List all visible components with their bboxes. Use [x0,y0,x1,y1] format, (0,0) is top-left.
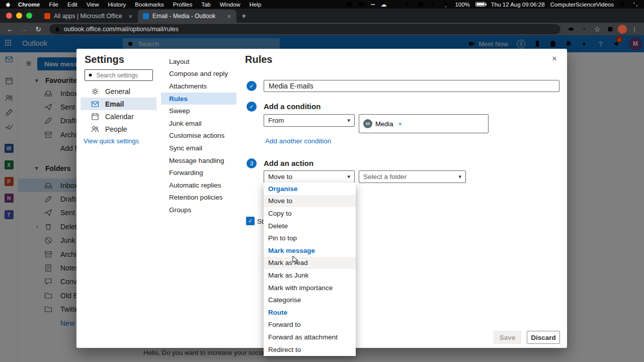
menu-view[interactable]: View [87,2,99,8]
sender-chip[interactable]: M Media × [363,119,402,128]
section-rules[interactable]: Rules [161,93,236,105]
apple-menu-icon[interactable] [5,2,11,8]
back-button[interactable]: ← [4,25,16,33]
menu-chrome[interactable]: Chrome [18,2,40,8]
clock-icon[interactable] [417,1,424,8]
section-forwarding[interactable]: Forwarding [161,166,236,179]
section-customise-actions[interactable]: Customise actions [161,130,236,142]
control-center-icon[interactable] [632,1,639,8]
save-button[interactable]: Save [494,331,521,344]
email-settings-sections: Layout Compose and reply Attachments Rul… [161,55,236,216]
stop-processing-checkbox[interactable]: ✓ [246,217,255,225]
chrome-menu-icon[interactable]: ⋮ [629,26,640,33]
section-automatic-replies[interactable]: Automatic replies [161,179,236,192]
menu-item-delete[interactable]: Delete [264,220,356,232]
section-sync-email[interactable]: Sync email [161,142,236,154]
browser-profile-avatar[interactable] [618,25,627,34]
address-bar[interactable]: outlook.office.com/mail/options/mail/rul… [49,24,560,34]
settings-search-input[interactable] [96,72,149,79]
condition-select[interactable]: From ▾ [264,114,355,127]
keyboard-icon[interactable] [358,1,365,8]
reload-button[interactable]: ↻ [32,25,44,33]
tab-title: All apps | Microsoft Office [54,13,123,20]
menu-item-move-to[interactable]: Move to [264,195,356,208]
menu-bookmarks[interactable]: Bookmarks [135,2,164,8]
discard-button[interactable]: Discard [527,331,560,344]
wifi-icon[interactable] [442,1,449,8]
zoom-window-button[interactable] [26,13,32,19]
spotlight-search-icon[interactable] [619,1,626,8]
rule-name-input[interactable] [264,80,559,92]
menu-group-route: Route [264,306,356,319]
section-junk-email[interactable]: Junk email [161,117,236,130]
menu-history[interactable]: History [108,2,126,8]
extensions-icon[interactable] [605,26,616,33]
menu-profiles[interactable]: Profiles [173,2,192,8]
menu-item-redirect-to[interactable]: Redirect to [264,343,356,356]
menu-item-mark-as-read[interactable]: Mark as read [264,257,356,269]
menu-group-organise: Organise [264,183,356,195]
menu-help[interactable]: Help [250,2,262,8]
battery-icon [475,2,486,7]
battery-percent: 100% [455,2,469,8]
gear-icon [91,87,99,96]
minimize-window-button[interactable] [16,13,22,19]
install-app-icon[interactable] [579,26,590,33]
menu-file[interactable]: File [49,2,58,8]
remove-chip-icon[interactable]: × [398,120,402,128]
mouse-cursor [292,255,299,266]
menu-item-mark-as-junk[interactable]: Mark as Junk [264,269,356,282]
tab-close-icon[interactable]: × [225,13,232,20]
category-calendar[interactable]: Calendar [80,110,156,123]
bluetooth-icon[interactable] [430,1,437,8]
lock-icon[interactable] [54,26,60,32]
bookmark-star-icon[interactable]: ☆ [592,25,603,33]
section-compose-and-reply[interactable]: Compose and reply [161,68,236,80]
new-tab-button[interactable]: + [236,12,251,23]
add-another-condition-link[interactable]: Add another condition [265,137,331,145]
condition-value-box[interactable]: M Media × [359,114,489,133]
chrome-tabstrip: All apps | Microsoft Office × Email - Me… [0,9,644,23]
close-icon[interactable]: × [552,54,557,64]
menu-item-forward-to[interactable]: Forward to [264,319,356,331]
section-layout[interactable]: Layout [161,55,236,68]
folder-select[interactable]: Select a folder ▾ [359,170,466,183]
reading-mode-icon[interactable] [566,26,577,33]
menubar-datetime[interactable]: Thu 12 Aug 09:06:28 [491,2,545,8]
forward-button[interactable]: → [18,25,30,33]
search-icon [88,72,93,78]
menu-tab[interactable]: Tab [201,2,211,8]
section-attachments[interactable]: Attachments [161,80,236,93]
tab-office-apps[interactable]: All apps | Microsoft Office × [39,10,138,23]
menu-item-pin-to-top[interactable]: Pin to top [264,232,356,244]
more-status-icon[interactable]: ••• [371,2,375,7]
settings-search-box[interactable] [85,69,153,81]
close-window-button[interactable] [6,13,12,19]
menu-item-copy-to[interactable]: Copy to [264,207,356,220]
category-general[interactable]: General [80,85,156,98]
chevron-down-icon: ▾ [347,173,350,180]
tab-outlook[interactable]: Email - Media - Outlook × [138,10,236,23]
section-sweep[interactable]: Sweep [161,105,236,117]
screen-mirroring-icon[interactable] [346,1,353,8]
action-select[interactable]: Move to ▾ [264,170,355,183]
section-groups[interactable]: Groups [161,204,236,216]
menu-item-mark-with-importance[interactable]: Mark with importance [264,282,356,294]
menu-window[interactable]: Window [220,2,240,8]
section-message-handling[interactable]: Message handling [161,154,236,167]
menubar-account[interactable]: ComputerScienceVideos [550,2,614,8]
cloud-icon[interactable]: ☁ [380,1,386,8]
tab-close-icon[interactable]: × [127,13,134,20]
cellular-icon[interactable] [392,1,399,8]
section-retention-policies[interactable]: Retention policies [161,192,236,204]
volume-icon[interactable] [405,1,412,8]
view-quick-settings-link[interactable]: View quick settings [84,137,139,145]
menu-edit[interactable]: Edit [67,2,77,8]
category-people[interactable]: People [80,123,156,135]
rules-panel-title: Rules [245,54,272,65]
settings-title: Settings [85,54,124,65]
menu-item-forward-as-attachment[interactable]: Forward as attachment [264,331,356,343]
category-email[interactable]: Email [80,98,156,110]
menu-item-categorise[interactable]: Categorise [264,294,356,306]
chrome-toolbar: ← → ↻ outlook.office.com/mail/options/ma… [0,23,644,36]
